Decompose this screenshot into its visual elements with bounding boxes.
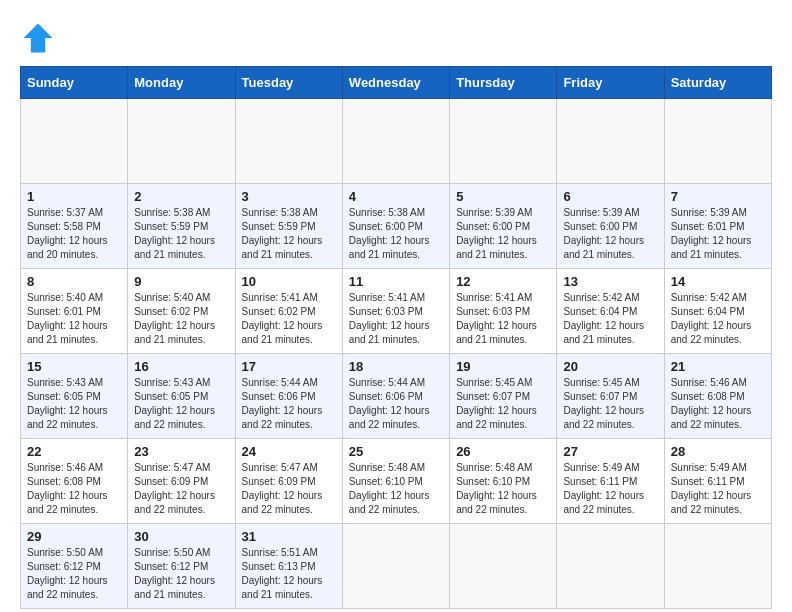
day-number: 6 xyxy=(563,189,657,204)
calendar-cell: 10Sunrise: 5:41 AM Sunset: 6:02 PM Dayli… xyxy=(235,269,342,354)
day-number: 27 xyxy=(563,444,657,459)
cell-content: Sunrise: 5:43 AM Sunset: 6:05 PM Dayligh… xyxy=(134,376,228,432)
svg-marker-0 xyxy=(24,24,53,53)
cell-content: Sunrise: 5:45 AM Sunset: 6:07 PM Dayligh… xyxy=(456,376,550,432)
page-header xyxy=(20,20,772,56)
cell-content: Sunrise: 5:38 AM Sunset: 5:59 PM Dayligh… xyxy=(134,206,228,262)
cell-content: Sunrise: 5:48 AM Sunset: 6:10 PM Dayligh… xyxy=(456,461,550,517)
calendar-cell: 16Sunrise: 5:43 AM Sunset: 6:05 PM Dayli… xyxy=(128,354,235,439)
calendar-cell: 4Sunrise: 5:38 AM Sunset: 6:00 PM Daylig… xyxy=(342,184,449,269)
cell-content: Sunrise: 5:46 AM Sunset: 6:08 PM Dayligh… xyxy=(671,376,765,432)
cell-content: Sunrise: 5:49 AM Sunset: 6:11 PM Dayligh… xyxy=(671,461,765,517)
cell-content: Sunrise: 5:39 AM Sunset: 6:01 PM Dayligh… xyxy=(671,206,765,262)
header-wednesday: Wednesday xyxy=(342,67,449,99)
cell-content: Sunrise: 5:40 AM Sunset: 6:02 PM Dayligh… xyxy=(134,291,228,347)
cell-content: Sunrise: 5:51 AM Sunset: 6:13 PM Dayligh… xyxy=(242,546,336,602)
calendar-cell: 31Sunrise: 5:51 AM Sunset: 6:13 PM Dayli… xyxy=(235,524,342,609)
calendar-cell: 30Sunrise: 5:50 AM Sunset: 6:12 PM Dayli… xyxy=(128,524,235,609)
calendar-cell xyxy=(342,99,449,184)
day-number: 30 xyxy=(134,529,228,544)
logo xyxy=(20,20,58,56)
cell-content: Sunrise: 5:46 AM Sunset: 6:08 PM Dayligh… xyxy=(27,461,121,517)
calendar-cell: 8Sunrise: 5:40 AM Sunset: 6:01 PM Daylig… xyxy=(21,269,128,354)
header-thursday: Thursday xyxy=(450,67,557,99)
day-number: 23 xyxy=(134,444,228,459)
cell-content: Sunrise: 5:40 AM Sunset: 6:01 PM Dayligh… xyxy=(27,291,121,347)
header-friday: Friday xyxy=(557,67,664,99)
cell-content: Sunrise: 5:41 AM Sunset: 6:03 PM Dayligh… xyxy=(456,291,550,347)
calendar-cell: 23Sunrise: 5:47 AM Sunset: 6:09 PM Dayli… xyxy=(128,439,235,524)
calendar-cell: 14Sunrise: 5:42 AM Sunset: 6:04 PM Dayli… xyxy=(664,269,771,354)
header-saturday: Saturday xyxy=(664,67,771,99)
calendar-cell: 5Sunrise: 5:39 AM Sunset: 6:00 PM Daylig… xyxy=(450,184,557,269)
calendar-cell xyxy=(557,99,664,184)
calendar-cell: 25Sunrise: 5:48 AM Sunset: 6:10 PM Dayli… xyxy=(342,439,449,524)
calendar-cell: 18Sunrise: 5:44 AM Sunset: 6:06 PM Dayli… xyxy=(342,354,449,439)
calendar-cell: 24Sunrise: 5:47 AM Sunset: 6:09 PM Dayli… xyxy=(235,439,342,524)
calendar-cell: 26Sunrise: 5:48 AM Sunset: 6:10 PM Dayli… xyxy=(450,439,557,524)
calendar-cell xyxy=(235,99,342,184)
calendar-cell: 12Sunrise: 5:41 AM Sunset: 6:03 PM Dayli… xyxy=(450,269,557,354)
calendar-cell: 1Sunrise: 5:37 AM Sunset: 5:58 PM Daylig… xyxy=(21,184,128,269)
calendar-cell xyxy=(342,524,449,609)
day-number: 29 xyxy=(27,529,121,544)
day-number: 25 xyxy=(349,444,443,459)
calendar-cell: 19Sunrise: 5:45 AM Sunset: 6:07 PM Dayli… xyxy=(450,354,557,439)
day-number: 21 xyxy=(671,359,765,374)
day-number: 14 xyxy=(671,274,765,289)
calendar-cell xyxy=(557,524,664,609)
cell-content: Sunrise: 5:38 AM Sunset: 5:59 PM Dayligh… xyxy=(242,206,336,262)
cell-content: Sunrise: 5:41 AM Sunset: 6:03 PM Dayligh… xyxy=(349,291,443,347)
day-number: 8 xyxy=(27,274,121,289)
logo-icon xyxy=(20,20,56,56)
cell-content: Sunrise: 5:42 AM Sunset: 6:04 PM Dayligh… xyxy=(563,291,657,347)
calendar-cell: 17Sunrise: 5:44 AM Sunset: 6:06 PM Dayli… xyxy=(235,354,342,439)
cell-content: Sunrise: 5:39 AM Sunset: 6:00 PM Dayligh… xyxy=(456,206,550,262)
calendar-week-0 xyxy=(21,99,772,184)
calendar-cell xyxy=(450,524,557,609)
cell-content: Sunrise: 5:41 AM Sunset: 6:02 PM Dayligh… xyxy=(242,291,336,347)
day-number: 2 xyxy=(134,189,228,204)
calendar-cell: 7Sunrise: 5:39 AM Sunset: 6:01 PM Daylig… xyxy=(664,184,771,269)
day-number: 11 xyxy=(349,274,443,289)
day-number: 1 xyxy=(27,189,121,204)
day-number: 22 xyxy=(27,444,121,459)
calendar-week-4: 22Sunrise: 5:46 AM Sunset: 6:08 PM Dayli… xyxy=(21,439,772,524)
calendar-cell: 28Sunrise: 5:49 AM Sunset: 6:11 PM Dayli… xyxy=(664,439,771,524)
cell-content: Sunrise: 5:42 AM Sunset: 6:04 PM Dayligh… xyxy=(671,291,765,347)
calendar-cell: 3Sunrise: 5:38 AM Sunset: 5:59 PM Daylig… xyxy=(235,184,342,269)
calendar-week-3: 15Sunrise: 5:43 AM Sunset: 6:05 PM Dayli… xyxy=(21,354,772,439)
calendar-cell xyxy=(664,524,771,609)
cell-content: Sunrise: 5:44 AM Sunset: 6:06 PM Dayligh… xyxy=(349,376,443,432)
calendar-header-row: SundayMondayTuesdayWednesdayThursdayFrid… xyxy=(21,67,772,99)
day-number: 5 xyxy=(456,189,550,204)
cell-content: Sunrise: 5:45 AM Sunset: 6:07 PM Dayligh… xyxy=(563,376,657,432)
calendar-table: SundayMondayTuesdayWednesdayThursdayFrid… xyxy=(20,66,772,609)
calendar-week-1: 1Sunrise: 5:37 AM Sunset: 5:58 PM Daylig… xyxy=(21,184,772,269)
day-number: 20 xyxy=(563,359,657,374)
calendar-cell: 2Sunrise: 5:38 AM Sunset: 5:59 PM Daylig… xyxy=(128,184,235,269)
day-number: 9 xyxy=(134,274,228,289)
calendar-cell: 6Sunrise: 5:39 AM Sunset: 6:00 PM Daylig… xyxy=(557,184,664,269)
day-number: 24 xyxy=(242,444,336,459)
calendar-cell xyxy=(128,99,235,184)
cell-content: Sunrise: 5:47 AM Sunset: 6:09 PM Dayligh… xyxy=(242,461,336,517)
calendar-cell xyxy=(450,99,557,184)
calendar-cell: 13Sunrise: 5:42 AM Sunset: 6:04 PM Dayli… xyxy=(557,269,664,354)
calendar-cell xyxy=(21,99,128,184)
calendar-week-5: 29Sunrise: 5:50 AM Sunset: 6:12 PM Dayli… xyxy=(21,524,772,609)
calendar-cell: 9Sunrise: 5:40 AM Sunset: 6:02 PM Daylig… xyxy=(128,269,235,354)
cell-content: Sunrise: 5:49 AM Sunset: 6:11 PM Dayligh… xyxy=(563,461,657,517)
day-number: 31 xyxy=(242,529,336,544)
day-number: 13 xyxy=(563,274,657,289)
day-number: 17 xyxy=(242,359,336,374)
calendar-week-2: 8Sunrise: 5:40 AM Sunset: 6:01 PM Daylig… xyxy=(21,269,772,354)
cell-content: Sunrise: 5:48 AM Sunset: 6:10 PM Dayligh… xyxy=(349,461,443,517)
calendar-cell: 29Sunrise: 5:50 AM Sunset: 6:12 PM Dayli… xyxy=(21,524,128,609)
day-number: 15 xyxy=(27,359,121,374)
day-number: 4 xyxy=(349,189,443,204)
calendar-cell: 11Sunrise: 5:41 AM Sunset: 6:03 PM Dayli… xyxy=(342,269,449,354)
calendar-cell: 21Sunrise: 5:46 AM Sunset: 6:08 PM Dayli… xyxy=(664,354,771,439)
calendar-cell: 27Sunrise: 5:49 AM Sunset: 6:11 PM Dayli… xyxy=(557,439,664,524)
cell-content: Sunrise: 5:38 AM Sunset: 6:00 PM Dayligh… xyxy=(349,206,443,262)
